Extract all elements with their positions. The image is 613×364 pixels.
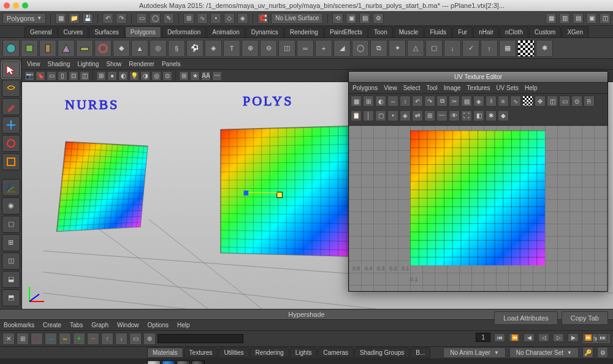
uv-paste-icon[interactable]: 📋 [351, 110, 362, 121]
vp-shadows-icon[interactable]: ◑ [140, 71, 150, 81]
vp-select-camera-icon[interactable]: 📷 [25, 71, 34, 81]
vp-menu-shading[interactable]: Shading [48, 61, 70, 67]
uv-relax-icon[interactable]: ∿ [510, 96, 521, 107]
paint-select-tool[interactable] [2, 98, 20, 115]
tab-surfaces[interactable]: Surfaces [89, 26, 124, 37]
uv-align-v-icon[interactable]: ≡ [498, 96, 509, 107]
tab-dynamics[interactable]: Dynamics [246, 26, 284, 37]
panel-layout-icon[interactable]: ◫ [600, 13, 611, 24]
four-view-icon[interactable]: ⊞ [2, 234, 20, 251]
vp-menu-renderer[interactable]: Renderer [129, 61, 154, 67]
poly-extrude-icon[interactable]: ◫ [278, 40, 295, 57]
tab-curves[interactable]: Curves [58, 26, 89, 37]
prefs-icon[interactable]: ⚙ [597, 347, 608, 358]
poly-cleanup-icon[interactable]: ✓ [462, 40, 479, 57]
zoom-icon[interactable] [22, 2, 28, 9]
vp-menu-view[interactable]: View [27, 61, 40, 67]
step-forward-icon[interactable]: ▶ [568, 333, 579, 342]
vp-resolution-gate-icon[interactable]: ⊡ [69, 71, 78, 81]
play-back-icon[interactable]: ◁ [538, 333, 549, 342]
snap-curve-icon[interactable]: ∿ [197, 13, 208, 24]
uv-rotate-ccw-icon[interactable]: ↶ [412, 96, 423, 107]
poly-pipe-icon[interactable]: ◎ [150, 40, 167, 57]
tab-custom[interactable]: Custom [529, 26, 561, 37]
snap-plane-icon[interactable]: ◇ [224, 13, 235, 24]
vp-textured-icon[interactable]: ◐ [118, 71, 128, 81]
new-scene-icon[interactable]: ▦ [55, 13, 66, 24]
uv-isolate-icon[interactable]: ⊙ [571, 96, 582, 107]
vp-aa-icon[interactable]: AA [201, 71, 211, 81]
hs-clear-icon[interactable]: ✕ [2, 333, 15, 345]
tab-painteffects[interactable]: PaintEffects [324, 26, 368, 37]
tab-toon[interactable]: Toon [368, 26, 393, 37]
scale-tool[interactable] [2, 153, 20, 170]
poly-torus-icon[interactable] [94, 40, 112, 57]
hs-graph-output-icon[interactable]: → [45, 333, 57, 345]
hs-menu-tabs[interactable]: Tabs [70, 322, 83, 328]
uv-layout-icon[interactable]: ▤ [461, 96, 472, 107]
uv-menu-textures[interactable]: Textures [467, 85, 490, 91]
uv-lattice-icon[interactable]: ⊞ [424, 110, 435, 121]
select-icon[interactable]: ▭ [136, 13, 147, 24]
uv-misc2-icon[interactable]: ◆ [498, 110, 509, 121]
snap-grid-icon[interactable]: ⊞ [183, 13, 194, 24]
step-back-icon[interactable]: ◀ [524, 333, 535, 342]
undo-icon[interactable]: ↶ [102, 13, 113, 24]
material-swatch[interactable] [191, 360, 205, 364]
load-attributes-button[interactable]: Load Attributes [494, 311, 557, 325]
uv-smudge-icon[interactable]: 〰 [436, 110, 447, 121]
autokey-icon[interactable]: 🔑 [582, 347, 593, 358]
poly-smooth-icon[interactable]: ◯ [352, 40, 369, 57]
hs-menu-options[interactable]: Options [148, 322, 169, 328]
poly-mirror-icon[interactable]: ⧉ [370, 40, 387, 57]
vp-menu-panels[interactable]: Panels [162, 61, 181, 67]
poly-cylinder-icon[interactable] [39, 40, 56, 57]
poly-triangulate-icon[interactable]: △ [407, 40, 424, 57]
hs-menu-window[interactable]: Window [117, 322, 139, 328]
poly-separate-icon[interactable]: ⊖ [260, 40, 277, 57]
construction-history-icon[interactable]: ⟲ [332, 13, 343, 24]
poly-bridge-icon[interactable]: ═ [297, 40, 314, 57]
uv-menu-image[interactable]: Image [444, 85, 461, 91]
hs-tab-shadinggroups[interactable]: Shading Groups [354, 347, 409, 358]
poly-platonic-icon[interactable]: ◈ [205, 40, 222, 57]
vp-gate-mask-icon[interactable]: ◫ [80, 71, 89, 81]
hs-tab-rendering[interactable]: Rendering [250, 347, 289, 358]
hs-container-icon[interactable]: ▭ [129, 333, 142, 345]
move-handle[interactable] [244, 191, 249, 195]
hs-tab-textures[interactable]: Textures [184, 347, 218, 358]
ipr-icon[interactable]: ▤ [359, 13, 370, 24]
uv-select-edge-icon[interactable]: │ [363, 110, 374, 121]
close-icon[interactable] [4, 2, 10, 9]
hs-tab-materials[interactable]: Materials [147, 347, 183, 358]
single-persp-icon[interactable]: ▢ [2, 216, 20, 233]
redo-icon[interactable]: ↷ [116, 13, 127, 24]
hs-graph-both-icon[interactable]: ↔ [59, 333, 71, 345]
lasso-icon[interactable]: ◯ [150, 13, 161, 24]
go-to-start-icon[interactable]: ⏮ [494, 333, 505, 342]
vp-isolate-icon[interactable]: ⊙ [162, 71, 172, 81]
uv-display-icon[interactable]: 👁 [449, 110, 460, 121]
uv-sew-icon[interactable]: ⧉ [436, 96, 447, 107]
uv-toggle-icon[interactable]: ⇄ [412, 110, 423, 121]
vp-lights-icon[interactable]: 💡 [129, 71, 139, 81]
hs-show-up-icon[interactable]: ↑ [101, 333, 113, 345]
uv-misc-icon[interactable]: ✱ [485, 110, 497, 121]
poly-uv-icon[interactable]: ▦ [499, 40, 516, 57]
uv-select-uv-icon[interactable]: • [387, 110, 398, 121]
snap-point-icon[interactable]: • [210, 13, 221, 24]
tab-fur[interactable]: Fur [452, 26, 473, 37]
open-scene-icon[interactable]: 📁 [69, 13, 80, 24]
tab-polygons[interactable]: Polygons [125, 26, 161, 37]
vp-image-plane-icon[interactable]: ▭ [47, 71, 56, 81]
hs-menu-bookmarks[interactable]: Bookmarks [4, 322, 34, 328]
poly-quad-icon[interactable]: ▢ [425, 40, 443, 57]
tab-general[interactable]: General [25, 26, 58, 37]
uv-dim-icon[interactable]: ◐ [375, 96, 386, 107]
vp-wireframe-icon[interactable]: ⊞ [96, 71, 106, 81]
panel-layout-icon[interactable]: ▥ [559, 13, 570, 24]
tab-xgen[interactable]: XGen [562, 26, 588, 37]
uv-flip-u-icon[interactable]: ↔ [387, 96, 398, 107]
uv-unfold-icon[interactable]: ◈ [473, 96, 484, 107]
uv-menu-select[interactable]: Select [403, 85, 421, 91]
